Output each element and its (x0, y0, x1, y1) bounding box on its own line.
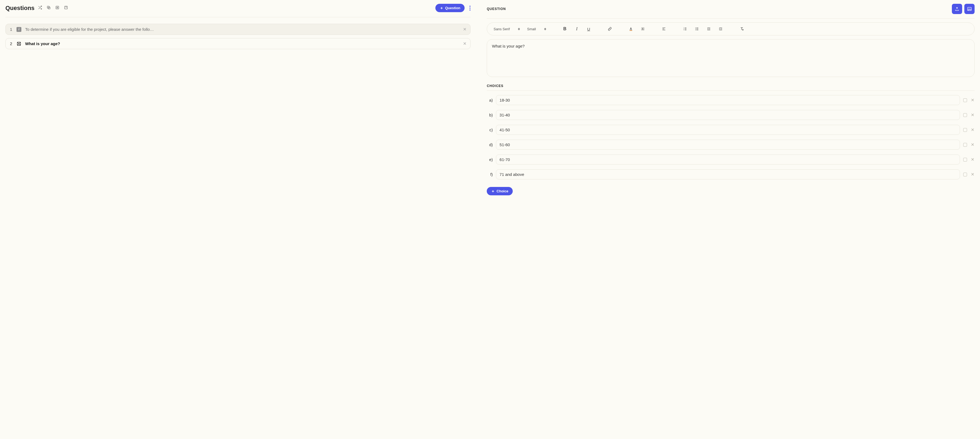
indent-button[interactable] (718, 27, 723, 31)
remove-choice-button[interactable]: ✕ (970, 157, 975, 162)
choice-row: b)✕ (487, 110, 975, 120)
help-icon[interactable] (64, 5, 68, 11)
choice-input[interactable] (496, 139, 960, 150)
choice-correct-checkbox[interactable] (963, 143, 967, 147)
align-button[interactable] (662, 27, 666, 31)
caret-icon (518, 28, 520, 30)
choice-label: d) (487, 143, 493, 147)
svg-text:3: 3 (683, 29, 684, 30)
choice-input[interactable] (496, 125, 960, 135)
question-number: 1 (10, 27, 13, 32)
choice-correct-checkbox[interactable] (963, 128, 967, 132)
question-text: To determine if you are eligible for the… (25, 27, 459, 32)
add-choice-button[interactable]: Choice (487, 187, 512, 195)
choice-label: c) (487, 127, 493, 132)
add-question-label: Question (445, 6, 460, 10)
choice-label: a) (487, 98, 493, 102)
remove-choice-button[interactable]: ✕ (970, 142, 975, 147)
question-text: What is your age? (492, 44, 525, 48)
remove-question-button[interactable]: ✕ (463, 27, 466, 32)
choice-row: d)✕ (487, 139, 975, 150)
question-number: 2 (10, 41, 13, 46)
choices-section-label: CHOICES (487, 84, 975, 91)
add-question-button[interactable]: Question (435, 4, 465, 12)
choice-input[interactable] (496, 170, 960, 179)
remove-choice-button[interactable]: ✕ (970, 113, 975, 117)
image-button[interactable] (964, 4, 975, 14)
choice-correct-checkbox[interactable] (963, 98, 967, 102)
question-editor[interactable]: What is your age? (487, 39, 975, 77)
shuffle-icon[interactable] (38, 5, 42, 11)
plus-icon (440, 6, 444, 10)
underline-button[interactable]: U (586, 27, 591, 31)
choice-input[interactable] (496, 110, 960, 120)
choice-row: c)✕ (487, 125, 975, 135)
caret-icon (544, 28, 546, 30)
choice-row: a)✕ (487, 95, 975, 105)
choice-list: a)✕b)✕c)✕d)✕e)✕f)✕ (487, 95, 975, 179)
font-family-select[interactable]: Sans Serif (493, 27, 520, 31)
highlight-button[interactable] (640, 27, 645, 31)
copy-icon[interactable] (46, 5, 51, 11)
choice-input[interactable] (496, 95, 960, 105)
italic-button[interactable]: I (574, 27, 579, 31)
choice-row: f)✕ (487, 170, 975, 179)
question-section-label: QUESTION (487, 7, 506, 11)
plus-icon (491, 189, 495, 193)
outdent-button[interactable] (706, 27, 711, 31)
choice-row: e)✕ (487, 155, 975, 165)
questions-header: Questions Question (5, 4, 471, 17)
choice-correct-checkbox[interactable] (963, 173, 967, 176)
question-list: 1iTo determine if you are eligible for t… (5, 24, 471, 49)
question-text: What is your age? (25, 41, 459, 46)
svg-point-14 (969, 8, 969, 9)
font-size-select[interactable]: Small (527, 27, 546, 31)
remove-choice-button[interactable]: ✕ (970, 172, 975, 177)
choice-label: f) (487, 172, 493, 177)
clear-format-button[interactable] (739, 27, 744, 31)
choice-correct-checkbox[interactable] (963, 158, 967, 162)
list-icon[interactable] (55, 5, 59, 11)
add-choice-label: Choice (496, 189, 508, 193)
choice-input[interactable] (496, 155, 960, 165)
unordered-list-button[interactable] (694, 27, 699, 31)
upload-icon (955, 6, 959, 11)
image-icon (967, 6, 972, 11)
remove-choice-button[interactable]: ✕ (970, 127, 975, 132)
font-family-value: Sans Serif (493, 27, 510, 31)
bold-button[interactable]: B (562, 27, 567, 31)
question-list-item[interactable]: 2What is your age?✕ (5, 38, 471, 49)
multiple-choice-icon (16, 41, 21, 46)
question-list-item[interactable]: 1iTo determine if you are eligible for t… (5, 24, 471, 35)
info-icon: i (16, 27, 21, 32)
ordered-list-button[interactable]: 123 (682, 27, 687, 31)
upload-button[interactable] (952, 4, 962, 14)
choice-label: b) (487, 113, 493, 117)
svg-point-32 (695, 29, 696, 29)
svg-point-31 (695, 27, 696, 28)
editor-toolbar: Sans Serif Small B I U (487, 22, 975, 35)
questions-title: Questions (5, 5, 35, 12)
remove-choice-button[interactable]: ✕ (970, 98, 975, 103)
text-color-button[interactable] (628, 27, 633, 31)
font-size-value: Small (527, 27, 536, 31)
remove-question-button[interactable]: ✕ (463, 41, 466, 46)
choice-label: e) (487, 157, 493, 162)
choice-correct-checkbox[interactable] (963, 113, 967, 117)
more-menu-button[interactable] (469, 6, 471, 11)
link-button[interactable] (607, 27, 612, 31)
svg-point-33 (695, 30, 696, 30)
